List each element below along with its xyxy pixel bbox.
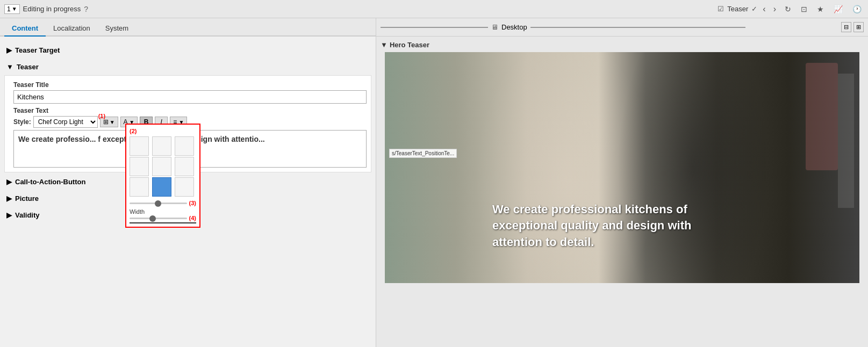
style-label: Style: [13,118,31,126]
style-select[interactable]: Chef Corp Light [33,116,98,128]
help-icon[interactable]: ? [84,5,88,13]
grid-cell-2-0[interactable] [130,177,149,197]
checkmark-icon: ✓ [751,5,757,13]
star-button[interactable]: ★ [815,4,826,15]
grid-icon: ⊞ [103,118,109,126]
tab-bar: Content Localization System [0,18,376,37]
checkbox-icon: ☑ [718,5,724,13]
teaser-title-input[interactable] [13,90,367,104]
width-slider-row: (4) [130,215,196,223]
expand-view-button[interactable]: ⊞ [853,22,864,32]
editing-progress-label: Editing in progress [23,5,81,13]
desktop-label: Desktop [501,23,527,31]
page-number[interactable]: 1 ▼ [4,4,20,14]
picture-arrow: ▶ [6,194,12,203]
popup-badge2: (2) [130,128,196,134]
monitor-icon: 🖥 [491,23,498,31]
slider3-row: (3) [130,200,196,206]
position-button[interactable]: (1) ⊞ ▼ [100,117,118,127]
teaser-header[interactable]: ▼ Teaser [4,60,371,74]
slider4-thumb[interactable] [149,215,156,222]
right-panel: 🖥 Desktop ⊟ ⊞ ▼ Hero Teaser [376,18,868,347]
slider4-track [130,218,187,219]
top-bar-right: ↻ ⊡ ★ 📈 🕐 [783,4,864,15]
desktop-line: 🖥 Desktop [381,23,745,31]
tab-content[interactable]: Content [4,21,46,37]
tab-localization[interactable]: Localization [46,21,98,37]
page-num-value: 1 [7,5,11,13]
chef-image: s/TeaserText_PositionTe... We create pro… [385,52,859,283]
grid-cell-0-2[interactable] [175,136,194,156]
grid-cell-0-0[interactable] [130,136,149,156]
top-bar-left: 1 ▼ Editing in progress ? ☑ Teaser ✓ ‹ › [4,3,778,15]
equipment2-silhouette [838,74,854,208]
hero-label: ▼ Hero Teaser [381,41,864,49]
grid-cell-1-2[interactable] [175,157,194,176]
right-panel-inner: ▼ Hero Teaser [376,37,868,347]
grid-cell-2-1[interactable] [152,177,171,197]
equipment-silhouette [806,63,838,170]
position-popup: (2) (3) Width [125,124,200,228]
section-teaser-target: ▶ Teaser Target [4,43,371,57]
right-top-bar: 🖥 Desktop ⊟ ⊞ [376,18,868,37]
teaser-target-arrow: ▶ [6,46,12,54]
picture-label: Picture [15,194,39,203]
hero-section: ▼ Hero Teaser [376,37,868,287]
grid-cell-1-0[interactable] [130,157,149,176]
popup-badge4: (4) [189,215,196,221]
teaser-target-label: Teaser Target [15,46,60,54]
slider3-thumb[interactable] [155,200,161,207]
slider3-track [130,203,187,204]
grid-cell-2-2[interactable] [175,177,194,197]
desktop-divider [381,27,488,28]
tab-system[interactable]: System [98,21,136,37]
view-button[interactable]: ⊡ [799,4,809,15]
desktop-divider2 [530,27,745,28]
validity-arrow: ▶ [6,211,12,219]
title-field-label: Teaser Title [13,81,367,89]
teaser-label: Teaser [727,5,748,13]
position-dropdown-arrow: ▼ [110,119,115,125]
teaser-arrow: ▼ [6,63,13,71]
split-view-button[interactable]: ⊟ [841,22,851,32]
cta-arrow: ▶ [6,178,12,186]
hero-label-text: Hero Teaser [390,41,429,49]
view-icons: ⊟ ⊞ [841,22,864,32]
grid-cell-0-1[interactable] [152,136,171,156]
hero-overlay-text: We create professional kitchens of excep… [492,201,697,251]
cta-label: Call-to-Action-Button [15,178,85,186]
main-layout: Content Localization System ▶ Teaser Tar… [0,18,868,347]
nav-back-button[interactable]: ‹ [761,3,767,15]
teaser-label: Teaser [17,63,39,71]
tooltip-badge: s/TeaserText_PositionTe... [389,149,457,158]
validity-label: Validity [15,211,40,219]
grid-cell-1-1[interactable] [152,157,171,176]
popup-badge3: (3) [189,200,196,206]
chart-button[interactable]: 📈 [831,4,845,15]
badge1: (1) [98,113,105,119]
hero-dropdown-arrow: ▼ [381,41,388,49]
position-grid [130,136,196,197]
refresh-button[interactable]: ↻ [783,4,793,15]
hero-image-container: s/TeaserText_PositionTe... We create pro… [385,52,859,283]
width-label: Width [130,208,196,215]
teaser-target-header[interactable]: ▶ Teaser Target [4,43,371,57]
top-bar: 1 ▼ Editing in progress ? ☑ Teaser ✓ ‹ ›… [0,0,868,18]
text-field-label: Teaser Text [13,107,367,114]
clock-button[interactable]: 🕐 [850,4,864,15]
dropdown-arrow[interactable]: ▼ [12,6,17,12]
nav-forward-button[interactable]: › [771,3,778,15]
